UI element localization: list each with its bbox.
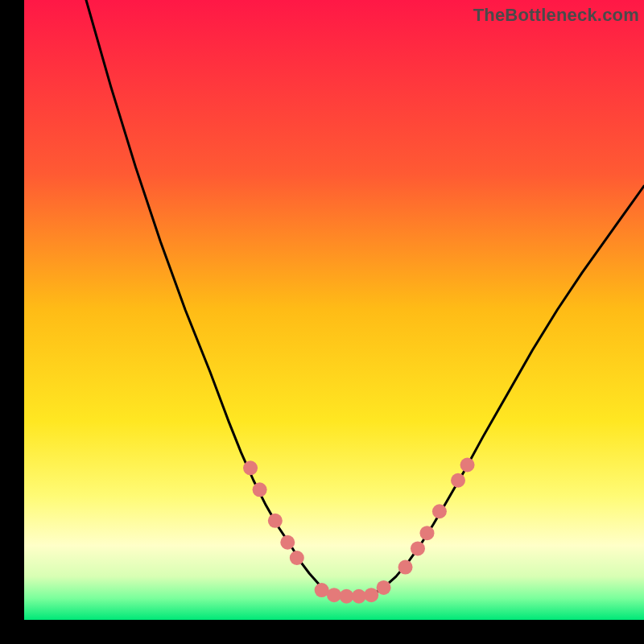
- marker-point: [290, 551, 304, 565]
- marker-point: [364, 588, 378, 602]
- marker-point: [280, 535, 295, 550]
- marker-point: [420, 526, 435, 540]
- marker-point: [432, 504, 447, 518]
- marker-point: [460, 458, 475, 473]
- marker-point: [327, 588, 341, 602]
- marker-point: [339, 589, 353, 604]
- plot-frame: [24, 0, 644, 620]
- marker-point: [315, 583, 329, 597]
- gradient-background: [24, 0, 644, 620]
- marker-point: [243, 460, 258, 475]
- marker-point: [451, 473, 465, 488]
- watermark-text: TheBottleneck.com: [473, 5, 639, 26]
- marker-point: [268, 514, 283, 528]
- marker-point: [411, 541, 425, 555]
- marker-point: [352, 589, 366, 604]
- bottleneck-chart: [24, 0, 644, 620]
- marker-point: [377, 580, 391, 595]
- marker-point: [398, 560, 413, 575]
- marker-point: [253, 482, 267, 497]
